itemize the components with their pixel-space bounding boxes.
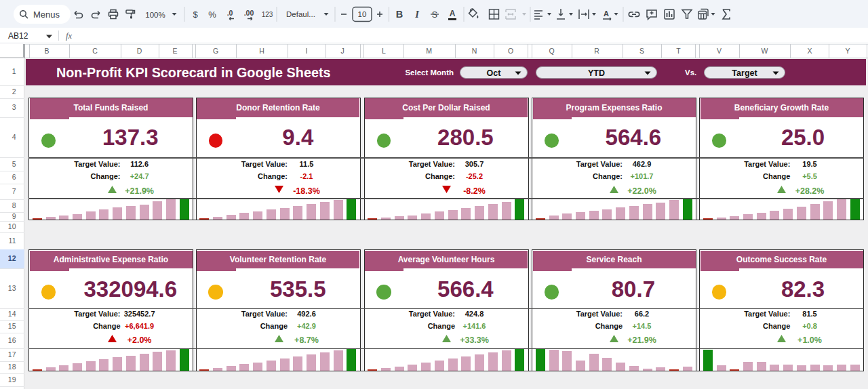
svg-text:B: B xyxy=(396,9,403,20)
svg-text:.0: .0 xyxy=(227,9,233,17)
svg-text:Defaul...: Defaul... xyxy=(286,10,315,18)
svg-text:I: I xyxy=(414,9,420,20)
svg-text:S: S xyxy=(432,10,437,20)
svg-text:10: 10 xyxy=(358,10,367,18)
svg-text:$: $ xyxy=(193,9,198,20)
svg-text:A: A xyxy=(450,9,456,18)
svg-text:123: 123 xyxy=(262,11,273,18)
svg-text:100%: 100% xyxy=(145,11,165,19)
svg-text:A: A xyxy=(604,9,609,18)
svg-text:%: % xyxy=(208,9,216,20)
svg-text:.00: .00 xyxy=(244,9,254,17)
